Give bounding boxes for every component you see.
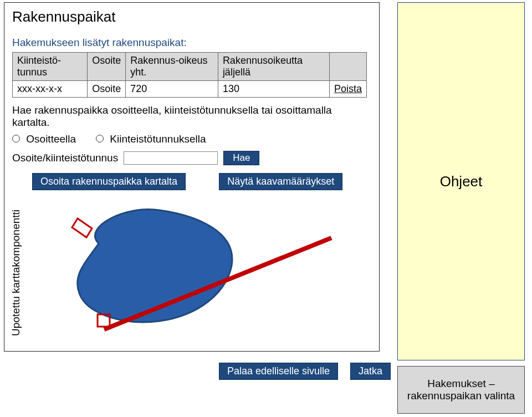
radio-icon <box>12 135 20 143</box>
info-label: Hakemukset – rakennuspaikan valinta <box>398 378 524 402</box>
th-kiinteisto: Kiinteistö-tunnus <box>13 53 88 81</box>
radio-icon <box>96 135 104 143</box>
radio-label: Osoitteella <box>26 133 76 145</box>
nayta-kaavamaaraykset-button[interactable]: Näytä kaavamääräykset <box>219 173 342 190</box>
th-oikeus: Rakennus-oikeus yht. <box>126 53 218 81</box>
search-row: Osoite/kiinteistötunnus Hae <box>12 151 371 165</box>
th-jaljella: Rakennusoikeutta jäljellä <box>218 53 329 81</box>
cell-jalj: 130 <box>218 81 329 98</box>
building-icon <box>72 218 92 237</box>
search-hint: Hae rakennuspaikka osoitteella, kiinteis… <box>12 104 371 129</box>
hae-button[interactable]: Hae <box>223 151 259 165</box>
radio-group: Osoitteella Kiinteistötunnuksella <box>12 133 371 145</box>
lake-shape <box>78 209 232 322</box>
rakennuspaikat-table: Kiinteistö-tunnus Osoite Rakennus-oikeus… <box>12 52 367 98</box>
palaa-button[interactable]: Palaa edelliselle sivulle <box>219 363 338 380</box>
main-panel: Rakennuspaikat Hakemukseen lisätyt raken… <box>4 2 380 352</box>
map-vertical-label: Upotettu karttakomponentti <box>10 190 22 356</box>
cell-yht: 720 <box>126 81 218 98</box>
subtitle: Hakemukseen lisätyt rakennuspaikat: <box>12 37 371 49</box>
table-header-row: Kiinteistö-tunnus Osoite Rakennus-oikeus… <box>13 53 367 81</box>
map-svg[interactable] <box>32 194 342 349</box>
osoita-kartalta-button[interactable]: Osoita rakennuspaikka kartalta <box>32 173 186 190</box>
map-section: Upotettu karttakomponentti Osoita rakenn… <box>12 173 371 351</box>
bottom-buttons: Palaa edelliselle sivulle Jatka <box>219 363 391 380</box>
cell-osoite: Osoite <box>88 81 126 98</box>
radio-kiinteistotunnuksella[interactable]: Kiinteistötunnuksella <box>96 133 206 145</box>
th-osoite: Osoite <box>88 53 126 81</box>
jatka-button[interactable]: Jatka <box>350 363 391 380</box>
search-input[interactable] <box>124 151 218 165</box>
radio-osoitteella[interactable]: Osoitteella <box>12 133 76 145</box>
page-title: Rakennuspaikat <box>12 8 371 26</box>
radio-label: Kiinteistötunnuksella <box>110 133 206 145</box>
poista-link[interactable]: Poista <box>334 83 362 94</box>
cell-poista: Poista <box>329 81 366 98</box>
cell-kiinteisto: xxx-xx-x-x <box>13 81 88 98</box>
ohjeet-label: Ohjeet <box>440 173 483 190</box>
search-label: Osoite/kiinteistötunnus <box>12 152 118 164</box>
ohjeet-panel: Ohjeet <box>397 2 525 360</box>
info-panel: Hakemukset – rakennuspaikan valinta <box>397 366 525 414</box>
table-row: xxx-xx-x-x Osoite 720 130 Poista <box>13 81 367 98</box>
th-empty <box>329 53 366 81</box>
